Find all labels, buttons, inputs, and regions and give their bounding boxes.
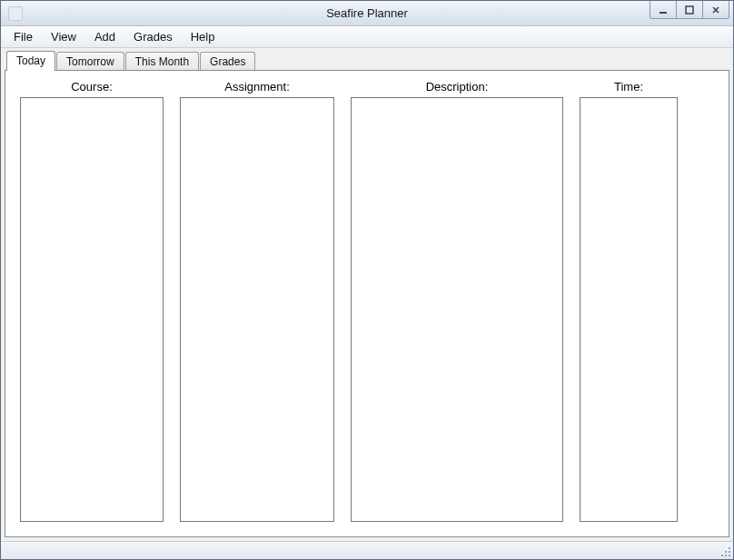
listbox-course[interactable] bbox=[20, 97, 164, 522]
tab-grades[interactable]: Grades bbox=[200, 52, 255, 71]
svg-point-6 bbox=[725, 555, 727, 556]
window-title: Seafire Planner bbox=[1, 6, 733, 20]
column-assignment: Assignment: bbox=[180, 80, 334, 522]
menu-bar: File View Add Grades Help bbox=[1, 26, 733, 48]
status-bar bbox=[1, 541, 733, 559]
tab-panel-today: Course: Assignment: Description: Time: bbox=[5, 70, 729, 537]
tab-tomorrow[interactable]: Tomorrow bbox=[56, 52, 124, 71]
column-description-header: Description: bbox=[351, 80, 563, 93]
svg-point-2 bbox=[729, 547, 730, 549]
svg-point-4 bbox=[729, 551, 730, 553]
resize-grip-icon bbox=[719, 545, 731, 557]
svg-rect-1 bbox=[686, 6, 693, 14]
column-assignment-header: Assignment: bbox=[180, 80, 334, 93]
close-button[interactable] bbox=[702, 1, 729, 19]
svg-point-5 bbox=[721, 555, 723, 556]
close-icon bbox=[711, 5, 720, 15]
client-area: Today Tomorrow This Month Grades Course:… bbox=[1, 48, 733, 541]
maximize-icon bbox=[685, 5, 694, 15]
menu-file[interactable]: File bbox=[5, 26, 42, 47]
column-description: Description: bbox=[351, 80, 563, 522]
svg-point-3 bbox=[725, 551, 727, 553]
resize-grip[interactable] bbox=[719, 545, 731, 557]
menu-view[interactable]: View bbox=[42, 26, 85, 47]
column-time: Time: bbox=[580, 80, 678, 522]
column-time-header: Time: bbox=[580, 80, 678, 93]
listbox-assignment[interactable] bbox=[180, 97, 334, 522]
tab-strip: Today Tomorrow This Month Grades bbox=[5, 50, 729, 70]
menu-grades[interactable]: Grades bbox=[124, 26, 182, 47]
menu-add[interactable]: Add bbox=[85, 26, 124, 47]
tab-today[interactable]: Today bbox=[6, 51, 55, 71]
svg-rect-0 bbox=[660, 12, 667, 14]
minimize-icon bbox=[659, 5, 668, 15]
tab-this-month[interactable]: This Month bbox=[125, 52, 199, 71]
window-controls bbox=[650, 1, 733, 19]
listbox-time[interactable] bbox=[580, 97, 678, 522]
app-icon bbox=[8, 6, 23, 21]
menu-help[interactable]: Help bbox=[182, 26, 224, 47]
maximize-button[interactable] bbox=[676, 1, 703, 19]
minimize-button[interactable] bbox=[650, 1, 677, 19]
title-bar[interactable]: Seafire Planner bbox=[1, 1, 733, 26]
svg-point-7 bbox=[729, 555, 730, 556]
listbox-description[interactable] bbox=[351, 97, 563, 522]
app-window: Seafire Planner File View Add Grades Hel… bbox=[0, 0, 734, 560]
column-course: Course: bbox=[20, 80, 164, 522]
column-course-header: Course: bbox=[20, 80, 164, 93]
